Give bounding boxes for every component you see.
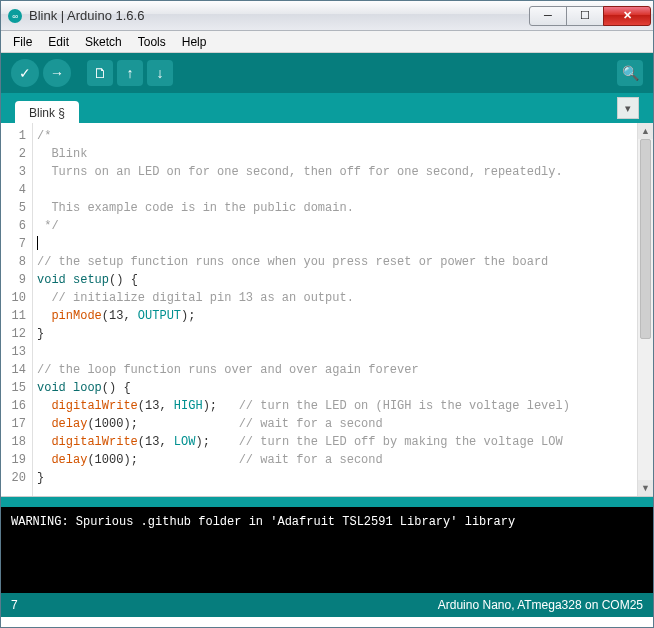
panel-divider[interactable]	[1, 497, 653, 507]
arrow-right-icon: →	[50, 65, 64, 81]
tab-blink[interactable]: Blink §	[15, 101, 79, 124]
code-line: /*	[37, 127, 633, 145]
code-line	[37, 343, 633, 361]
window-title: Blink | Arduino 1.6.6	[29, 8, 530, 23]
close-button[interactable]: ✕	[603, 6, 651, 26]
window-titlebar: ∞ Blink | Arduino 1.6.6 ─ ☐ ✕	[1, 1, 653, 31]
line-number: 9	[3, 271, 26, 289]
line-number: 15	[3, 379, 26, 397]
line-number: 12	[3, 325, 26, 343]
upload-button[interactable]: →	[43, 59, 71, 87]
chevron-down-icon: ▾	[625, 102, 631, 115]
line-number: 13	[3, 343, 26, 361]
save-sketch-button[interactable]: ↓	[147, 60, 173, 86]
check-icon: ✓	[19, 65, 31, 81]
open-sketch-button[interactable]: ↑	[117, 60, 143, 86]
code-line: delay(1000); // wait for a second	[37, 415, 633, 433]
minimize-button[interactable]: ─	[529, 6, 567, 26]
code-line: delay(1000); // wait for a second	[37, 451, 633, 469]
line-gutter: 1234567891011121314151617181920	[1, 123, 33, 496]
scroll-track[interactable]	[638, 139, 653, 480]
scroll-up-arrow-icon[interactable]: ▲	[638, 123, 653, 139]
window-buttons: ─ ☐ ✕	[530, 6, 651, 26]
vertical-scrollbar[interactable]: ▲ ▼	[637, 123, 653, 496]
maximize-icon: ☐	[580, 10, 590, 21]
line-number: 11	[3, 307, 26, 325]
console-output[interactable]: WARNING: Spurious .github folder in 'Ada…	[1, 507, 653, 593]
file-icon: 🗋	[93, 65, 107, 81]
editor: 1234567891011121314151617181920 /* Blink…	[1, 123, 653, 497]
code-line: Turns on an LED on for one second, then …	[37, 163, 633, 181]
scroll-down-arrow-icon[interactable]: ▼	[638, 480, 653, 496]
line-number: 14	[3, 361, 26, 379]
toolbar: ✓ → 🗋 ↑ ↓ 🔍	[1, 53, 653, 93]
verify-button[interactable]: ✓	[11, 59, 39, 87]
tab-row: Blink § ▾	[1, 93, 653, 123]
code-line: digitalWrite(13, HIGH); // turn the LED …	[37, 397, 633, 415]
code-line: pinMode(13, OUTPUT);	[37, 307, 633, 325]
magnifier-icon: 🔍	[622, 65, 639, 81]
code-line: // initialize digital pin 13 as an outpu…	[37, 289, 633, 307]
code-line: */	[37, 217, 633, 235]
code-line: // the loop function runs over and over …	[37, 361, 633, 379]
code-line: void loop() {	[37, 379, 633, 397]
status-bar: 7 Arduino Nano, ATmega328 on COM25	[1, 593, 653, 617]
menu-file[interactable]: File	[5, 33, 40, 51]
status-cursor-line: 7	[11, 598, 18, 612]
code-line: // the setup function runs once when you…	[37, 253, 633, 271]
line-number: 18	[3, 433, 26, 451]
tab-label: Blink §	[29, 106, 65, 120]
maximize-button[interactable]: ☐	[566, 6, 604, 26]
line-number: 17	[3, 415, 26, 433]
code-line	[37, 181, 633, 199]
line-number: 1	[3, 127, 26, 145]
minimize-icon: ─	[544, 10, 552, 21]
scroll-thumb[interactable]	[640, 139, 651, 339]
line-number: 6	[3, 217, 26, 235]
code-line: }	[37, 469, 633, 487]
code-line: void setup() {	[37, 271, 633, 289]
arrow-down-icon: ↓	[157, 65, 164, 81]
line-number: 16	[3, 397, 26, 415]
svg-text:∞: ∞	[12, 12, 18, 21]
line-number: 10	[3, 289, 26, 307]
close-icon: ✕	[623, 10, 632, 21]
menu-edit[interactable]: Edit	[40, 33, 77, 51]
arduino-app-icon: ∞	[7, 8, 23, 24]
line-number: 7	[3, 235, 26, 253]
new-sketch-button[interactable]: 🗋	[87, 60, 113, 86]
menu-help[interactable]: Help	[174, 33, 215, 51]
status-board-info: Arduino Nano, ATmega328 on COM25	[438, 598, 643, 612]
line-number: 19	[3, 451, 26, 469]
tab-menu-button[interactable]: ▾	[617, 97, 639, 119]
code-line: digitalWrite(13, LOW); // turn the LED o…	[37, 433, 633, 451]
code-line	[37, 235, 633, 253]
code-line: Blink	[37, 145, 633, 163]
line-number: 20	[3, 469, 26, 487]
arrow-up-icon: ↑	[127, 65, 134, 81]
line-number: 2	[3, 145, 26, 163]
menubar: File Edit Sketch Tools Help	[1, 31, 653, 53]
menu-sketch[interactable]: Sketch	[77, 33, 130, 51]
line-number: 5	[3, 199, 26, 217]
code-line: This example code is in the public domai…	[37, 199, 633, 217]
code-area[interactable]: /* Blink Turns on an LED on for one seco…	[33, 123, 637, 496]
line-number: 3	[3, 163, 26, 181]
code-line: }	[37, 325, 633, 343]
line-number: 8	[3, 253, 26, 271]
console-line: WARNING: Spurious .github folder in 'Ada…	[11, 515, 643, 529]
menu-tools[interactable]: Tools	[130, 33, 174, 51]
line-number: 4	[3, 181, 26, 199]
serial-monitor-button[interactable]: 🔍	[617, 60, 643, 86]
